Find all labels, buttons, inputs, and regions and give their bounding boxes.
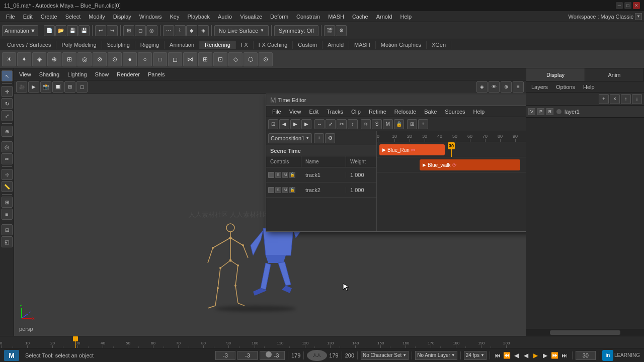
rp-new-layer-btn[interactable]: + bbox=[599, 94, 609, 104]
time-editor-titlebar[interactable]: M Time Editor ─ □ ✕ bbox=[266, 94, 526, 106]
te-tb-next-key[interactable]: ▶ bbox=[290, 119, 300, 129]
anim-layer-dropdown[interactable]: No Anim Layer ▼ bbox=[415, 351, 457, 360]
te-tb-zoom-fit[interactable]: ⊞ bbox=[407, 119, 417, 129]
rp-tab-anim[interactable]: Anim bbox=[585, 68, 644, 81]
vp2-deform-btn[interactable]: ⊕ bbox=[501, 81, 512, 93]
shelf-icon-17[interactable]: ⬡ bbox=[244, 52, 258, 66]
rp-tab-display[interactable]: Display bbox=[526, 68, 585, 81]
scale-tool-btn[interactable]: ⤢ bbox=[2, 110, 13, 121]
snap-point-btn[interactable]: ◆ bbox=[186, 25, 197, 36]
pb-next-frame-btn[interactable]: ⏩ bbox=[550, 351, 559, 360]
te-menu-file[interactable]: File bbox=[268, 108, 285, 116]
pb-play-back-btn[interactable]: ◀ bbox=[522, 351, 531, 360]
shelf-icon-3[interactable]: ◈ bbox=[32, 52, 46, 66]
shelf-tab-animation[interactable]: Animation bbox=[165, 41, 200, 49]
close-button[interactable]: ✕ bbox=[633, 2, 640, 9]
menu-item-cache[interactable]: Cache bbox=[348, 13, 372, 21]
no-live-surface-dropdown[interactable]: No Live Surface ▼ bbox=[214, 25, 269, 36]
pb-goto-end-btn[interactable]: ⏭ bbox=[560, 351, 569, 360]
shelf-icon-15[interactable]: ⊡ bbox=[213, 52, 227, 66]
menu-item-file[interactable]: File bbox=[2, 13, 19, 21]
te-menu-bake[interactable]: Bake bbox=[420, 108, 441, 116]
measure-btn[interactable]: 📏 bbox=[2, 181, 13, 192]
shelf-icon-2[interactable]: ✦ bbox=[17, 52, 31, 66]
select-tool-btn[interactable]: ↖ bbox=[2, 70, 13, 81]
rp-move-up-btn[interactable]: ↑ bbox=[621, 94, 631, 104]
redo-btn[interactable]: ↪ bbox=[107, 25, 118, 36]
menu-item-edit[interactable]: Edit bbox=[19, 13, 37, 21]
renderer-menu[interactable]: Renderer bbox=[114, 71, 143, 78]
render-btn[interactable]: 🎬 bbox=[324, 25, 335, 36]
te-tb-play[interactable]: ▶ bbox=[301, 119, 311, 129]
time-editor-window[interactable]: M Time Editor ─ □ ✕ File View Edit Track… bbox=[266, 94, 526, 232]
shelf-icon-11[interactable]: □ bbox=[153, 52, 167, 66]
character-set-dropdown[interactable]: No Character Set ▼ bbox=[361, 351, 409, 360]
te-menu-edit[interactable]: Edit bbox=[305, 108, 323, 116]
shelf-tab-rigging[interactable]: Rigging bbox=[135, 41, 165, 49]
shelf-icon-1[interactable]: ☀ bbox=[2, 52, 16, 66]
soft-select-btn[interactable]: ◎ bbox=[2, 141, 13, 152]
shelf-tab-fx[interactable]: FX bbox=[236, 41, 254, 49]
te-clip-blue-run[interactable]: ▶ Blue_Run ✂ bbox=[379, 144, 445, 155]
te-menu-help[interactable]: Help bbox=[469, 108, 489, 116]
menu-item-windows[interactable]: Windows bbox=[135, 13, 166, 21]
select-all-btn[interactable]: ⊞ bbox=[123, 25, 134, 36]
te-tb-transport-start[interactable]: ⊡ bbox=[268, 119, 278, 129]
shelf-tab-fx-caching[interactable]: FX Caching bbox=[254, 41, 293, 49]
select-lasso-btn[interactable]: ◻ bbox=[135, 25, 146, 36]
pb-goto-start-btn[interactable]: ⏮ bbox=[493, 351, 502, 360]
rp-playback-btn[interactable]: P bbox=[537, 108, 544, 115]
te-track-2-check[interactable] bbox=[268, 187, 274, 193]
shelf-tab-poly-modeling[interactable]: Poly Modeling bbox=[56, 41, 102, 49]
menu-item-select[interactable]: Select bbox=[61, 13, 85, 21]
shelf-icon-6[interactable]: ◎ bbox=[77, 52, 92, 66]
te-tb-ripple[interactable]: ≋ bbox=[361, 119, 371, 129]
viewport-3d[interactable]: 人人素材社区 人人素材社区 人人素材社区 人人素材社区 bbox=[14, 94, 526, 336]
menu-item-key[interactable]: Key bbox=[166, 13, 183, 21]
lighting-menu[interactable]: Lighting bbox=[64, 71, 90, 78]
menu-item-mash[interactable]: MASH bbox=[324, 13, 348, 21]
te-tb-trim[interactable]: ✂ bbox=[337, 119, 347, 129]
snap-btn[interactable]: ⊹ bbox=[2, 169, 13, 180]
te-menu-view[interactable]: View bbox=[285, 108, 305, 116]
rp-reference-btn[interactable]: R bbox=[546, 108, 553, 115]
current-frame-input[interactable] bbox=[576, 351, 596, 360]
move-tool-btn[interactable]: ✛ bbox=[2, 86, 13, 97]
vp2-smooth-btn[interactable]: ◻ bbox=[76, 81, 88, 93]
rotate-tool-btn[interactable]: ↻ bbox=[2, 98, 13, 109]
shelf-tab-xgen[interactable]: XGen bbox=[427, 41, 451, 49]
te-track-2-mute[interactable]: M bbox=[282, 187, 288, 193]
linkedin-btn[interactable]: in bbox=[602, 350, 613, 361]
rp-scrollbar[interactable] bbox=[526, 329, 644, 336]
shelf-tab-arnold[interactable]: Arnold bbox=[323, 41, 349, 49]
pb-prev-key-btn[interactable]: ◀ bbox=[512, 351, 521, 360]
view-menu[interactable]: View bbox=[16, 71, 34, 78]
symmetry-dropdown[interactable]: Symmetry: Off bbox=[274, 25, 318, 36]
vp2-render-btn[interactable]: 📸 bbox=[40, 81, 51, 93]
rp-move-down-btn[interactable]: ↓ bbox=[632, 94, 642, 104]
fps-dropdown[interactable]: 24 fps ▼ bbox=[464, 351, 487, 360]
te-clip-blue-walk[interactable]: ▶ Blue_walk ⟳ bbox=[420, 159, 520, 170]
render-settings-btn[interactable]: ⚙ bbox=[336, 25, 347, 36]
shelf-icon-16[interactable]: ◇ bbox=[228, 52, 243, 66]
animation-mode-dropdown[interactable]: Animation ▼ bbox=[2, 25, 38, 36]
menu-item-visualize[interactable]: Visualize bbox=[236, 13, 266, 21]
te-menu-relocate[interactable]: Relocate bbox=[390, 108, 420, 116]
te-tb-lock[interactable]: 🔒 bbox=[394, 119, 404, 129]
menu-item-modify[interactable]: Modify bbox=[85, 13, 109, 21]
te-track-2-solo[interactable]: S bbox=[275, 187, 281, 193]
te-tb-zoom-in[interactable]: + bbox=[418, 119, 428, 129]
te-track-2-lock[interactable]: 🔒 bbox=[289, 187, 295, 193]
channel-btn[interactable]: ≡ bbox=[2, 209, 13, 220]
vp2-grid-btn[interactable]: ⊞ bbox=[64, 81, 75, 93]
menu-item-playback[interactable]: Playback bbox=[183, 13, 214, 21]
shelf-icon-18[interactable]: ⊙ bbox=[259, 52, 273, 66]
te-track-1-mute[interactable]: M bbox=[282, 172, 288, 178]
shelf-icon-7[interactable]: ⊗ bbox=[93, 52, 107, 66]
menu-item-display[interactable]: Display bbox=[109, 13, 135, 21]
te-clip-settings-btn[interactable]: ⚙ bbox=[325, 133, 335, 143]
minimize-button[interactable]: ─ bbox=[616, 2, 623, 9]
menu-item-arnold[interactable]: Arnold bbox=[372, 13, 396, 21]
save-file-btn[interactable]: 💾 bbox=[67, 25, 78, 36]
te-track-1-solo[interactable]: S bbox=[275, 172, 281, 178]
